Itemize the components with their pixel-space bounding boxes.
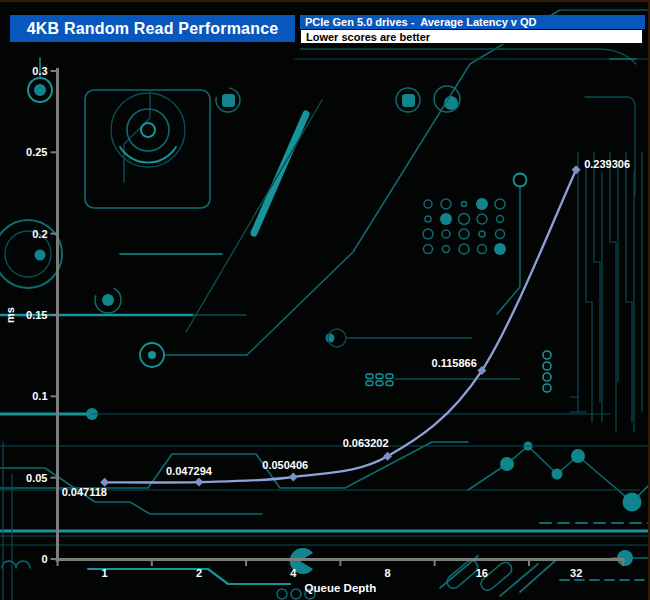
x-tick-label: 32 <box>570 567 582 579</box>
y-tick-label: 0.2 <box>32 228 47 240</box>
page-title: 4KB Random Read Performance <box>27 20 279 38</box>
data-point-marker <box>194 478 203 487</box>
y-tick-label: 0.3 <box>32 65 47 77</box>
data-point-label: 0.239306 <box>584 158 630 170</box>
chart-note: Lower scores are better <box>300 29 643 44</box>
data-point-marker <box>572 165 581 174</box>
x-axis-title: Queue Depth <box>305 582 377 594</box>
data-point-label: 0.063202 <box>343 437 389 449</box>
x-tick-label: 1 <box>102 567 108 579</box>
y-tick-label: 0.05 <box>26 472 47 484</box>
x-tick-label: 4 <box>290 567 297 579</box>
data-point-marker <box>289 473 298 482</box>
latency-vs-queue-depth-chart: 00.050.10.150.20.250.312481632msQueue De… <box>0 2 650 600</box>
latency-series-line <box>105 170 577 483</box>
y-tick-label: 0.25 <box>26 146 47 158</box>
data-point-label: 0.050406 <box>262 459 308 471</box>
y-axis-title: ms <box>4 307 16 323</box>
chart-subtitle: PCIe Gen 5.0 drives - Average Latency v … <box>300 15 645 29</box>
x-tick-label: 16 <box>476 567 488 579</box>
data-point-label: 0.115866 <box>432 357 477 369</box>
data-point-label: 0.047294 <box>166 465 213 477</box>
y-tick-label: 0 <box>41 553 47 565</box>
benchmark-chart-window: 00.050.10.150.20.250.312481632msQueue De… <box>0 0 650 600</box>
y-tick-label: 0.1 <box>32 390 47 402</box>
data-point-label: 0.047118 <box>62 486 107 498</box>
x-tick-label: 2 <box>196 567 202 579</box>
y-tick-label: 0.15 <box>26 309 47 321</box>
data-point-marker <box>383 452 392 461</box>
x-tick-label: 8 <box>384 567 390 579</box>
chart-subtitle-block: PCIe Gen 5.0 drives - Average Latency v … <box>300 15 645 44</box>
chart-title-bar: 4KB Random Read Performance <box>10 15 295 42</box>
